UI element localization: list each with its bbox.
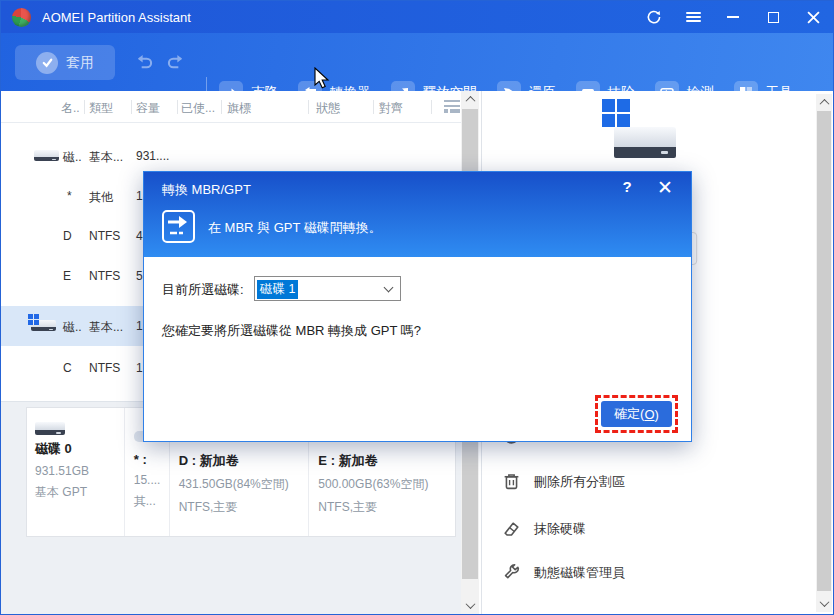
mouse-cursor — [314, 67, 331, 95]
convert-mbr-gpt-dialog: 轉換 MBR/GPT ? ✕ 在 MBR 與 GPT 磁碟間轉換。 目前所選磁碟… — [143, 171, 692, 442]
table-header: 名.. 類型 容量 已使... 旗標 狀態 對齊 — [1, 91, 461, 123]
app-logo-icon — [12, 8, 31, 27]
list-view-icon[interactable] — [444, 100, 460, 113]
undo-icon[interactable] — [135, 53, 154, 74]
menu-icon[interactable] — [673, 1, 713, 33]
col-flags[interactable]: 旗標 — [227, 100, 251, 117]
disk-icon — [35, 417, 65, 437]
title-bar: AOMEI Partition Assistant — [1, 1, 833, 33]
confirm-question: 您確定要將所選磁碟從 MBR 轉換成 GPT 嗎? — [162, 322, 421, 340]
dialog-title: 轉換 MBR/GPT — [162, 181, 251, 199]
disk-select-dropdown[interactable]: 磁碟 1 — [254, 276, 401, 301]
col-name[interactable]: 名.. — [61, 100, 80, 117]
maximize-button[interactable] — [753, 1, 793, 33]
chevron-down-icon — [384, 283, 394, 293]
redo-icon[interactable] — [166, 53, 185, 74]
apply-button[interactable]: 套用 — [15, 45, 115, 80]
selected-disk-value: 磁碟 1 — [257, 280, 298, 299]
scroll-down-icon[interactable] — [816, 595, 832, 612]
disk-icon — [34, 146, 59, 163]
dialog-close-icon[interactable]: ✕ — [655, 176, 675, 199]
wrench-icon — [502, 563, 521, 582]
disk-size: 931.51GB — [35, 464, 124, 478]
scroll-up-icon[interactable] — [816, 94, 832, 111]
col-capacity[interactable]: 容量 — [136, 100, 160, 117]
sidebar-item-dynamic-disk-manager[interactable]: 動態磁碟管理員 — [502, 563, 625, 582]
disk-name: 磁碟 0 — [35, 440, 124, 458]
col-status[interactable]: 狀態 — [316, 100, 340, 117]
disk-scheme: 基本 GPT — [35, 484, 124, 501]
col-used[interactable]: 已使... — [181, 100, 215, 117]
ok-button[interactable]: 確定(O) — [601, 401, 672, 427]
dialog-description: 在 MBR 與 GPT 磁碟間轉換。 — [208, 219, 382, 237]
selected-disk-icon — [614, 113, 676, 159]
col-align[interactable]: 對齊 — [379, 100, 403, 117]
app-window: AOMEI Partition Assistant 套用 — [0, 0, 834, 615]
apply-label: 套用 — [66, 54, 94, 72]
help-icon[interactable]: ? — [617, 178, 637, 195]
close-button[interactable] — [793, 1, 833, 33]
eraser-icon — [502, 519, 521, 538]
panel-scrollbar[interactable] — [816, 94, 832, 612]
scroll-down-icon[interactable] — [461, 597, 479, 614]
scroll-up-icon[interactable] — [461, 91, 479, 108]
refresh-icon[interactable] — [633, 1, 673, 33]
check-icon — [36, 52, 58, 74]
minimize-button[interactable] — [713, 1, 753, 33]
ok-annotation-box: 確定(O) — [595, 395, 678, 433]
trash-icon — [502, 472, 521, 491]
table-row-disk0[interactable]: 磁.. 基本... 931.... — [1, 136, 461, 176]
col-type[interactable]: 類型 — [89, 100, 113, 117]
sidebar-item-wipe-disk[interactable]: 抹除硬碟 — [502, 519, 586, 538]
sidebar-item-delete-all-partitions[interactable]: 刪除所有分割區 — [502, 472, 625, 491]
windows-disk-icon — [31, 316, 56, 333]
app-title: AOMEI Partition Assistant — [42, 10, 191, 25]
convert-swap-icon — [162, 210, 195, 243]
toolbar: 套用 克隆 轉換器 — [1, 33, 833, 91]
disk-select-label: 目前所選磁碟: — [162, 281, 244, 299]
dialog-header: 轉換 MBR/GPT ? ✕ 在 MBR 與 GPT 磁碟間轉換。 — [144, 172, 691, 257]
